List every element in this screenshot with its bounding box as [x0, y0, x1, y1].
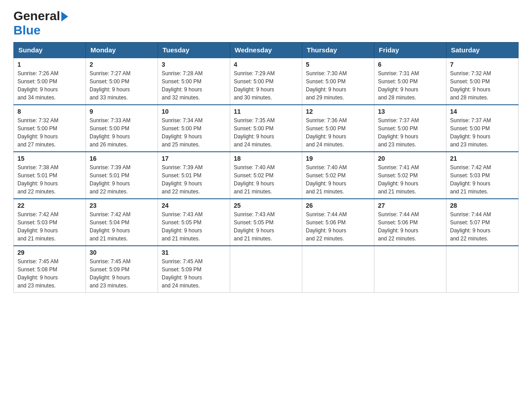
day-info: Sunrise: 7:28 AM Sunset: 5:00 PM Dayligh… [162, 69, 226, 102]
day-number: 11 [234, 108, 298, 115]
day-number: 23 [90, 202, 154, 209]
week-row-1: 1 Sunrise: 7:26 AM Sunset: 5:00 PM Dayli… [14, 58, 519, 105]
logo-arrow-icon [61, 12, 68, 21]
day-cell: 17 Sunrise: 7:39 AM Sunset: 5:01 PM Dayl… [158, 152, 230, 199]
day-info: Sunrise: 7:40 AM Sunset: 5:02 PM Dayligh… [306, 163, 370, 196]
day-number: 30 [90, 249, 154, 256]
week-row-3: 15 Sunrise: 7:38 AM Sunset: 5:01 PM Dayl… [14, 152, 519, 199]
day-info: Sunrise: 7:32 AM Sunset: 5:00 PM Dayligh… [17, 116, 82, 149]
day-number: 24 [162, 202, 226, 209]
logo-general: General [13, 9, 60, 23]
day-number: 25 [234, 202, 298, 209]
calendar-table: SundayMondayTuesdayWednesdayThursdayFrid… [13, 42, 519, 293]
day-number: 6 [378, 61, 442, 68]
day-cell: 11 Sunrise: 7:35 AM Sunset: 5:00 PM Dayl… [230, 105, 302, 152]
day-info: Sunrise: 7:40 AM Sunset: 5:02 PM Dayligh… [234, 163, 298, 196]
day-cell: 6 Sunrise: 7:31 AM Sunset: 5:00 PM Dayli… [374, 58, 446, 105]
day-cell: 22 Sunrise: 7:42 AM Sunset: 5:03 PM Dayl… [14, 199, 86, 246]
day-cell: 20 Sunrise: 7:41 AM Sunset: 5:02 PM Dayl… [374, 152, 446, 199]
day-cell: 31 Sunrise: 7:45 AM Sunset: 5:09 PM Dayl… [158, 246, 230, 293]
day-number: 4 [234, 61, 298, 68]
day-number: 8 [17, 108, 82, 115]
day-number: 18 [234, 155, 298, 162]
day-info: Sunrise: 7:37 AM Sunset: 5:00 PM Dayligh… [450, 116, 515, 149]
day-cell [446, 246, 519, 293]
day-number: 12 [306, 108, 370, 115]
day-number: 26 [306, 202, 370, 209]
day-number: 29 [17, 249, 82, 256]
day-cell: 14 Sunrise: 7:37 AM Sunset: 5:00 PM Dayl… [446, 105, 519, 152]
day-cell: 25 Sunrise: 7:43 AM Sunset: 5:05 PM Dayl… [230, 199, 302, 246]
day-cell: 1 Sunrise: 7:26 AM Sunset: 5:00 PM Dayli… [14, 58, 86, 105]
week-row-4: 22 Sunrise: 7:42 AM Sunset: 5:03 PM Dayl… [14, 199, 519, 246]
day-number: 21 [450, 155, 515, 162]
day-number: 16 [90, 155, 154, 162]
week-row-2: 8 Sunrise: 7:32 AM Sunset: 5:00 PM Dayli… [14, 105, 519, 152]
day-info: Sunrise: 7:26 AM Sunset: 5:00 PM Dayligh… [17, 69, 82, 102]
day-number: 19 [306, 155, 370, 162]
logo-blue: Blue [13, 23, 41, 37]
day-info: Sunrise: 7:32 AM Sunset: 5:00 PM Dayligh… [450, 69, 515, 102]
header-saturday: Saturday [446, 43, 519, 58]
day-number: 9 [90, 108, 154, 115]
day-info: Sunrise: 7:42 AM Sunset: 5:03 PM Dayligh… [450, 163, 515, 196]
day-cell: 24 Sunrise: 7:43 AM Sunset: 5:05 PM Dayl… [158, 199, 230, 246]
day-number: 20 [378, 155, 442, 162]
day-info: Sunrise: 7:30 AM Sunset: 5:00 PM Dayligh… [306, 69, 370, 102]
day-cell: 9 Sunrise: 7:33 AM Sunset: 5:00 PM Dayli… [86, 105, 158, 152]
day-number: 3 [162, 61, 226, 68]
day-info: Sunrise: 7:29 AM Sunset: 5:00 PM Dayligh… [234, 69, 298, 102]
day-info: Sunrise: 7:37 AM Sunset: 5:00 PM Dayligh… [378, 116, 442, 149]
day-cell: 2 Sunrise: 7:27 AM Sunset: 5:00 PM Dayli… [86, 58, 158, 105]
day-number: 17 [162, 155, 226, 162]
day-cell: 5 Sunrise: 7:30 AM Sunset: 5:00 PM Dayli… [302, 58, 374, 105]
day-number: 14 [450, 108, 515, 115]
day-cell: 29 Sunrise: 7:45 AM Sunset: 5:08 PM Dayl… [14, 246, 86, 293]
day-info: Sunrise: 7:42 AM Sunset: 5:03 PM Dayligh… [17, 210, 82, 243]
day-cell: 21 Sunrise: 7:42 AM Sunset: 5:03 PM Dayl… [446, 152, 519, 199]
day-number: 10 [162, 108, 226, 115]
page-header: General Blue [13, 9, 519, 38]
day-info: Sunrise: 7:44 AM Sunset: 5:06 PM Dayligh… [378, 210, 442, 243]
day-number: 15 [17, 155, 82, 162]
day-cell: 4 Sunrise: 7:29 AM Sunset: 5:00 PM Dayli… [230, 58, 302, 105]
day-cell [374, 246, 446, 293]
day-number: 13 [378, 108, 442, 115]
day-cell: 28 Sunrise: 7:44 AM Sunset: 5:07 PM Dayl… [446, 199, 519, 246]
header-thursday: Thursday [302, 43, 374, 58]
header-row: SundayMondayTuesdayWednesdayThursdayFrid… [14, 43, 519, 58]
header-wednesday: Wednesday [230, 43, 302, 58]
day-info: Sunrise: 7:41 AM Sunset: 5:02 PM Dayligh… [378, 163, 442, 196]
day-number: 22 [17, 202, 82, 209]
day-info: Sunrise: 7:33 AM Sunset: 5:00 PM Dayligh… [90, 116, 154, 149]
day-info: Sunrise: 7:39 AM Sunset: 5:01 PM Dayligh… [162, 163, 226, 196]
day-info: Sunrise: 7:44 AM Sunset: 5:07 PM Dayligh… [450, 210, 515, 243]
day-info: Sunrise: 7:36 AM Sunset: 5:00 PM Dayligh… [306, 116, 370, 149]
logo: General Blue [13, 9, 68, 38]
day-number: 7 [450, 61, 515, 68]
day-number: 31 [162, 249, 226, 256]
day-cell: 16 Sunrise: 7:39 AM Sunset: 5:01 PM Dayl… [86, 152, 158, 199]
day-info: Sunrise: 7:44 AM Sunset: 5:06 PM Dayligh… [306, 210, 370, 243]
day-cell: 10 Sunrise: 7:34 AM Sunset: 5:00 PM Dayl… [158, 105, 230, 152]
day-info: Sunrise: 7:45 AM Sunset: 5:09 PM Dayligh… [90, 257, 154, 290]
day-info: Sunrise: 7:38 AM Sunset: 5:01 PM Dayligh… [17, 163, 82, 196]
header-monday: Monday [86, 43, 158, 58]
header-friday: Friday [374, 43, 446, 58]
week-row-5: 29 Sunrise: 7:45 AM Sunset: 5:08 PM Dayl… [14, 246, 519, 293]
day-info: Sunrise: 7:45 AM Sunset: 5:09 PM Dayligh… [162, 257, 226, 290]
day-info: Sunrise: 7:31 AM Sunset: 5:00 PM Dayligh… [378, 69, 442, 102]
day-cell: 3 Sunrise: 7:28 AM Sunset: 5:00 PM Dayli… [158, 58, 230, 105]
day-number: 5 [306, 61, 370, 68]
day-cell: 8 Sunrise: 7:32 AM Sunset: 5:00 PM Dayli… [14, 105, 86, 152]
day-cell: 30 Sunrise: 7:45 AM Sunset: 5:09 PM Dayl… [86, 246, 158, 293]
day-info: Sunrise: 7:43 AM Sunset: 5:05 PM Dayligh… [234, 210, 298, 243]
day-cell: 23 Sunrise: 7:42 AM Sunset: 5:04 PM Dayl… [86, 199, 158, 246]
day-info: Sunrise: 7:27 AM Sunset: 5:00 PM Dayligh… [90, 69, 154, 102]
day-number: 28 [450, 202, 515, 209]
header-sunday: Sunday [14, 43, 86, 58]
day-cell: 12 Sunrise: 7:36 AM Sunset: 5:00 PM Dayl… [302, 105, 374, 152]
day-cell: 7 Sunrise: 7:32 AM Sunset: 5:00 PM Dayli… [446, 58, 519, 105]
day-info: Sunrise: 7:39 AM Sunset: 5:01 PM Dayligh… [90, 163, 154, 196]
day-cell: 19 Sunrise: 7:40 AM Sunset: 5:02 PM Dayl… [302, 152, 374, 199]
